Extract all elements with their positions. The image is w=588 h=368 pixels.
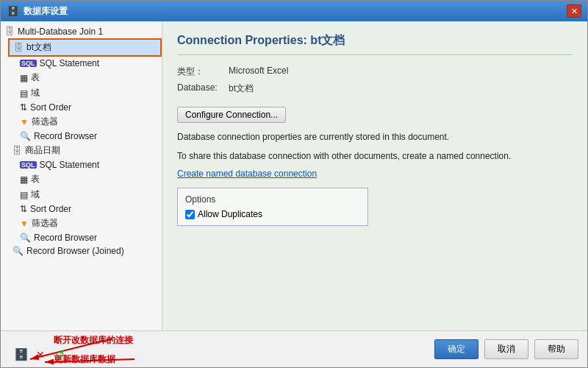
configure-connection-button[interactable]: Configure Connection... (177, 107, 286, 123)
info-text-1: Database connection properties are curre… (177, 130, 573, 144)
sidebar-item-field2[interactable]: ▤ 域 (15, 187, 162, 202)
sidebar-item-label-6: Sort Order (30, 102, 71, 113)
sidebar-item-sort2[interactable]: ⇅ Sort Order (15, 202, 162, 216)
window-title: 数据库设置 (24, 5, 68, 18)
db-icon-2: 🗄 (14, 42, 24, 53)
type-row: 类型： Microsoft Excel (177, 66, 573, 78)
sidebar-item-bt-doc[interactable]: 🗄 bt文档 (8, 38, 162, 57)
type-value: Microsoft Excel (229, 66, 288, 78)
sidebar-item-label-14: 筛选器 (32, 217, 58, 230)
allow-duplicates-label[interactable]: Allow Duplicates (198, 209, 262, 219)
database-value: bt文档 (229, 82, 254, 95)
sidebar-item-table2[interactable]: ▦ 表 (15, 171, 162, 187)
sidebar-item-label-13: Sort Order (30, 204, 71, 214)
options-group: Options Allow Duplicates (177, 188, 368, 226)
type-label: 类型： (177, 66, 229, 78)
bottom-bar: 断开改数据库的连接 更新数据库数据 🗄️ ✕ ↺ 确定 取消 (1, 330, 587, 367)
sidebar-item-filter2[interactable]: ▼ 筛选器 (15, 216, 162, 231)
table-icon-1: ▦ (20, 73, 28, 83)
filter-icon-2: ▼ (20, 219, 29, 229)
allow-duplicates-row: Allow Duplicates (185, 209, 360, 219)
panel-title: Connection Properties: bt文档 (177, 33, 573, 55)
sql-icon-1: SQL (20, 60, 37, 67)
sort-icon-2: ⇅ (20, 204, 27, 214)
sidebar-item-filter1[interactable]: ▼ 筛选器 (15, 114, 162, 130)
refresh-icon-btn[interactable]: ↺ (51, 346, 68, 364)
window-icon: 🗄️ (7, 5, 19, 17)
sort-icon-1: ⇅ (20, 102, 27, 113)
bottom-icons: 🗄️ ✕ ↺ (12, 346, 68, 364)
help-button[interactable]: 帮助 (534, 339, 578, 359)
sidebar-item-multi-db[interactable]: 🗄 Multi-Database Join 1 (1, 24, 162, 38)
sidebar-item-label: Multi-Database Join 1 (18, 26, 103, 37)
sidebar-item-browser-joined[interactable]: 🔍 Record Browser (Joined) (8, 244, 162, 258)
sidebar-item-label-3: SQL Statement (40, 58, 100, 68)
db-icon-3: 🗄 (12, 145, 22, 156)
sidebar: 🗄 Multi-Database Join 1 🗄 bt文档 SQL SQL S… (1, 21, 162, 330)
title-controls: ✕ (567, 4, 581, 18)
browser-icon-1: 🔍 (20, 131, 31, 141)
delete-icon-btn[interactable]: ✕ (32, 346, 49, 364)
database-label: Database: (177, 82, 229, 95)
table-icon-2: ▦ (20, 174, 28, 185)
db-icon: 🗄 (5, 26, 15, 37)
ok-button[interactable]: 确定 (434, 339, 478, 359)
sidebar-item-product-date[interactable]: 🗄 商品日期 (8, 143, 162, 158)
sidebar-item-label-10: SQL Statement (40, 160, 100, 170)
sql-icon-2: SQL (20, 161, 37, 169)
browser-icon-2: 🔍 (20, 233, 31, 243)
database-icon-btn[interactable]: 🗄️ (12, 346, 30, 364)
sidebar-item-sql2[interactable]: SQL SQL Statement (15, 158, 162, 171)
sidebar-item-label-16: Record Browser (Joined) (26, 246, 124, 256)
close-button[interactable]: ✕ (567, 4, 581, 18)
sidebar-item-label-8: Record Browser (34, 131, 97, 141)
cancel-button[interactable]: 取消 (484, 339, 528, 359)
sidebar-item-label-12: 域 (31, 188, 40, 201)
disconnect-annotation: 断开改数据库的连接 (54, 334, 133, 347)
sidebar-item-label-11: 表 (31, 173, 40, 185)
field-icon-2: ▤ (20, 190, 28, 200)
field-icon-1: ▤ (20, 88, 28, 99)
sidebar-item-browser1[interactable]: 🔍 Record Browser (15, 130, 162, 143)
sidebar-item-field1[interactable]: ▤ 域 (15, 85, 162, 101)
bottom-left-area: 断开改数据库的连接 更新数据库数据 🗄️ ✕ ↺ (10, 331, 171, 368)
sidebar-item-label-4: 表 (31, 71, 40, 84)
sidebar-item-sql1[interactable]: SQL SQL Statement (15, 57, 162, 70)
browser-joined-icon: 🔍 (12, 246, 24, 256)
title-bar-left: 🗄️ 数据库设置 (7, 5, 68, 18)
sidebar-item-label-9: 商品日期 (25, 144, 60, 157)
title-bar: 🗄️ 数据库设置 ✕ (1, 1, 587, 21)
sidebar-item-browser2[interactable]: 🔍 Record Browser (15, 231, 162, 244)
bottom-buttons: 确定 取消 帮助 (434, 339, 578, 359)
info-text-2: To share this database connection with o… (177, 149, 573, 163)
database-row: Database: bt文档 (177, 82, 573, 95)
sidebar-item-sort1[interactable]: ⇅ Sort Order (15, 101, 162, 114)
main-window: 🗄️ 数据库设置 ✕ 🗄 Multi-Database Join 1 🗄 bt文… (0, 0, 588, 368)
sidebar-item-table1[interactable]: ▦ 表 (15, 70, 162, 85)
sidebar-item-label-2: bt文档 (26, 41, 51, 54)
main-panel: Connection Properties: bt文档 类型： Microsof… (162, 21, 587, 330)
create-named-connection-link[interactable]: Create named database connection (177, 169, 317, 179)
sidebar-item-label-15: Record Browser (34, 233, 97, 243)
options-label: Options (185, 194, 360, 205)
filter-icon-1: ▼ (20, 117, 29, 127)
sidebar-item-label-5: 域 (31, 87, 40, 99)
sidebar-item-label-7: 筛选器 (32, 116, 58, 128)
content-area: 🗄 Multi-Database Join 1 🗄 bt文档 SQL SQL S… (1, 21, 587, 330)
allow-duplicates-checkbox[interactable] (185, 210, 195, 219)
